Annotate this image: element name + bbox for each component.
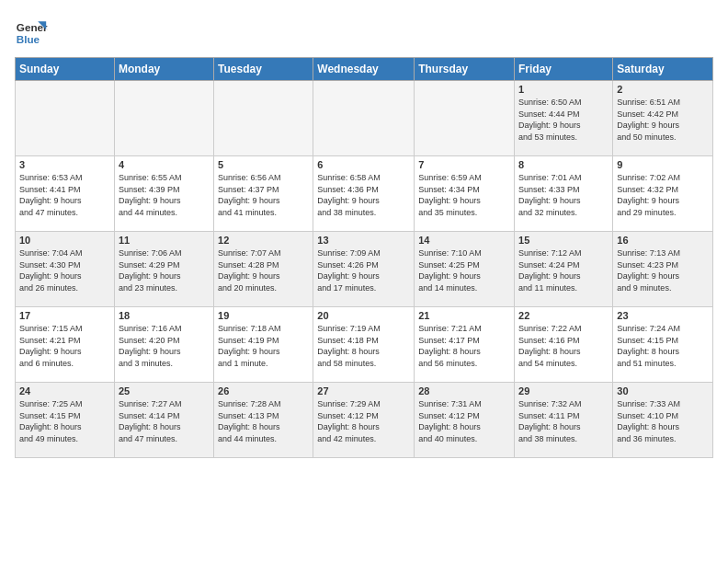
calendar-cell: 6Sunrise: 6:58 AM Sunset: 4:36 PM Daylig… bbox=[313, 156, 415, 232]
day-info: Sunrise: 7:18 AM Sunset: 4:19 PM Dayligh… bbox=[218, 323, 309, 369]
day-number: 22 bbox=[518, 310, 609, 321]
day-number: 11 bbox=[119, 235, 210, 246]
day-info: Sunrise: 7:07 AM Sunset: 4:28 PM Dayligh… bbox=[218, 247, 309, 293]
calendar-cell: 11Sunrise: 7:06 AM Sunset: 4:29 PM Dayli… bbox=[114, 232, 213, 307]
day-number: 6 bbox=[317, 159, 410, 170]
calendar-cell bbox=[214, 81, 313, 156]
day-info: Sunrise: 7:29 AM Sunset: 4:12 PM Dayligh… bbox=[317, 398, 410, 444]
calendar-cell: 3Sunrise: 6:53 AM Sunset: 4:41 PM Daylig… bbox=[16, 156, 115, 232]
day-number: 23 bbox=[617, 310, 709, 321]
weekday-header-row: SundayMondayTuesdayWednesdayThursdayFrid… bbox=[16, 58, 713, 81]
day-info: Sunrise: 7:21 AM Sunset: 4:17 PM Dayligh… bbox=[418, 323, 510, 369]
day-info: Sunrise: 7:15 AM Sunset: 4:21 PM Dayligh… bbox=[19, 323, 110, 369]
calendar-cell: 23Sunrise: 7:24 AM Sunset: 4:15 PM Dayli… bbox=[613, 307, 713, 383]
calendar-cell: 7Sunrise: 6:59 AM Sunset: 4:34 PM Daylig… bbox=[415, 156, 515, 232]
day-info: Sunrise: 7:12 AM Sunset: 4:24 PM Dayligh… bbox=[518, 247, 609, 293]
day-info: Sunrise: 7:10 AM Sunset: 4:25 PM Dayligh… bbox=[418, 247, 510, 293]
day-number: 17 bbox=[19, 310, 110, 321]
day-number: 5 bbox=[218, 159, 309, 170]
day-info: Sunrise: 6:56 AM Sunset: 4:37 PM Dayligh… bbox=[218, 172, 309, 218]
calendar-cell: 9Sunrise: 7:02 AM Sunset: 4:32 PM Daylig… bbox=[613, 156, 713, 232]
calendar-cell: 26Sunrise: 7:28 AM Sunset: 4:13 PM Dayli… bbox=[214, 383, 313, 458]
day-number: 18 bbox=[119, 310, 210, 321]
day-info: Sunrise: 7:22 AM Sunset: 4:16 PM Dayligh… bbox=[518, 323, 609, 369]
weekday-header-monday: Monday bbox=[114, 58, 213, 81]
day-info: Sunrise: 7:25 AM Sunset: 4:15 PM Dayligh… bbox=[19, 398, 110, 444]
week-row-2: 10Sunrise: 7:04 AM Sunset: 4:30 PM Dayli… bbox=[16, 232, 713, 307]
day-number: 28 bbox=[418, 385, 510, 396]
calendar-cell: 4Sunrise: 6:55 AM Sunset: 4:39 PM Daylig… bbox=[114, 156, 213, 232]
day-info: Sunrise: 7:32 AM Sunset: 4:11 PM Dayligh… bbox=[518, 398, 609, 444]
calendar-cell: 10Sunrise: 7:04 AM Sunset: 4:30 PM Dayli… bbox=[16, 232, 115, 307]
week-row-3: 17Sunrise: 7:15 AM Sunset: 4:21 PM Dayli… bbox=[16, 307, 713, 383]
day-info: Sunrise: 7:16 AM Sunset: 4:20 PM Dayligh… bbox=[119, 323, 210, 369]
week-row-4: 24Sunrise: 7:25 AM Sunset: 4:15 PM Dayli… bbox=[16, 383, 713, 458]
day-number: 7 bbox=[418, 159, 510, 170]
calendar-cell: 25Sunrise: 7:27 AM Sunset: 4:14 PM Dayli… bbox=[114, 383, 213, 458]
calendar-cell: 19Sunrise: 7:18 AM Sunset: 4:19 PM Dayli… bbox=[214, 307, 313, 383]
calendar-cell: 8Sunrise: 7:01 AM Sunset: 4:33 PM Daylig… bbox=[515, 156, 613, 232]
calendar-cell: 12Sunrise: 7:07 AM Sunset: 4:28 PM Dayli… bbox=[214, 232, 313, 307]
calendar-cell bbox=[415, 81, 515, 156]
weekday-header-tuesday: Tuesday bbox=[214, 58, 313, 81]
day-number: 21 bbox=[418, 310, 510, 321]
logo: General Blue bbox=[15, 15, 48, 48]
calendar-cell: 16Sunrise: 7:13 AM Sunset: 4:23 PM Dayli… bbox=[613, 232, 713, 307]
day-number: 4 bbox=[119, 159, 210, 170]
calendar-cell: 17Sunrise: 7:15 AM Sunset: 4:21 PM Dayli… bbox=[16, 307, 115, 383]
day-info: Sunrise: 7:13 AM Sunset: 4:23 PM Dayligh… bbox=[617, 247, 709, 293]
day-number: 25 bbox=[119, 385, 210, 396]
day-info: Sunrise: 7:19 AM Sunset: 4:18 PM Dayligh… bbox=[317, 323, 410, 369]
day-number: 9 bbox=[617, 159, 709, 170]
day-info: Sunrise: 6:51 AM Sunset: 4:42 PM Dayligh… bbox=[617, 97, 709, 143]
day-info: Sunrise: 7:01 AM Sunset: 4:33 PM Dayligh… bbox=[518, 172, 609, 218]
calendar-cell: 27Sunrise: 7:29 AM Sunset: 4:12 PM Dayli… bbox=[313, 383, 415, 458]
day-number: 27 bbox=[317, 385, 410, 396]
day-number: 16 bbox=[617, 235, 709, 246]
day-number: 2 bbox=[617, 84, 709, 95]
calendar-cell: 22Sunrise: 7:22 AM Sunset: 4:16 PM Dayli… bbox=[515, 307, 613, 383]
day-info: Sunrise: 7:02 AM Sunset: 4:32 PM Dayligh… bbox=[617, 172, 709, 218]
day-number: 13 bbox=[317, 235, 410, 246]
week-row-0: 1Sunrise: 6:50 AM Sunset: 4:44 PM Daylig… bbox=[16, 81, 713, 156]
page: General Blue SundayMondayTuesdayWednesda… bbox=[0, 0, 728, 563]
weekday-header-saturday: Saturday bbox=[613, 58, 713, 81]
calendar-cell: 15Sunrise: 7:12 AM Sunset: 4:24 PM Dayli… bbox=[515, 232, 613, 307]
day-number: 8 bbox=[518, 159, 609, 170]
day-info: Sunrise: 7:04 AM Sunset: 4:30 PM Dayligh… bbox=[19, 247, 110, 293]
day-number: 1 bbox=[518, 84, 609, 95]
weekday-header-sunday: Sunday bbox=[16, 58, 115, 81]
day-info: Sunrise: 7:06 AM Sunset: 4:29 PM Dayligh… bbox=[119, 247, 210, 293]
calendar-cell: 24Sunrise: 7:25 AM Sunset: 4:15 PM Dayli… bbox=[16, 383, 115, 458]
calendar-cell bbox=[114, 81, 213, 156]
calendar-cell bbox=[16, 81, 115, 156]
weekday-header-wednesday: Wednesday bbox=[313, 58, 415, 81]
calendar-cell: 13Sunrise: 7:09 AM Sunset: 4:26 PM Dayli… bbox=[313, 232, 415, 307]
day-info: Sunrise: 6:55 AM Sunset: 4:39 PM Dayligh… bbox=[119, 172, 210, 218]
calendar-cell: 1Sunrise: 6:50 AM Sunset: 4:44 PM Daylig… bbox=[515, 81, 613, 156]
calendar-cell: 2Sunrise: 6:51 AM Sunset: 4:42 PM Daylig… bbox=[613, 81, 713, 156]
calendar-cell: 5Sunrise: 6:56 AM Sunset: 4:37 PM Daylig… bbox=[214, 156, 313, 232]
day-number: 20 bbox=[317, 310, 410, 321]
day-info: Sunrise: 7:09 AM Sunset: 4:26 PM Dayligh… bbox=[317, 247, 410, 293]
day-number: 12 bbox=[218, 235, 309, 246]
day-number: 3 bbox=[19, 159, 110, 170]
header: General Blue bbox=[15, 15, 713, 48]
day-number: 10 bbox=[19, 235, 110, 246]
week-row-1: 3Sunrise: 6:53 AM Sunset: 4:41 PM Daylig… bbox=[16, 156, 713, 232]
day-number: 24 bbox=[19, 385, 110, 396]
logo-icon: General Blue bbox=[15, 15, 48, 48]
day-number: 29 bbox=[518, 385, 609, 396]
svg-text:Blue: Blue bbox=[17, 33, 40, 45]
calendar-table: SundayMondayTuesdayWednesdayThursdayFrid… bbox=[15, 57, 713, 458]
day-number: 15 bbox=[518, 235, 609, 246]
day-info: Sunrise: 6:58 AM Sunset: 4:36 PM Dayligh… bbox=[317, 172, 410, 218]
calendar-cell: 14Sunrise: 7:10 AM Sunset: 4:25 PM Dayli… bbox=[415, 232, 515, 307]
weekday-header-thursday: Thursday bbox=[415, 58, 515, 81]
day-number: 30 bbox=[617, 385, 709, 396]
day-info: Sunrise: 7:31 AM Sunset: 4:12 PM Dayligh… bbox=[418, 398, 510, 444]
calendar-cell: 18Sunrise: 7:16 AM Sunset: 4:20 PM Dayli… bbox=[114, 307, 213, 383]
day-info: Sunrise: 6:59 AM Sunset: 4:34 PM Dayligh… bbox=[418, 172, 510, 218]
calendar-cell: 20Sunrise: 7:19 AM Sunset: 4:18 PM Dayli… bbox=[313, 307, 415, 383]
day-info: Sunrise: 7:33 AM Sunset: 4:10 PM Dayligh… bbox=[617, 398, 709, 444]
